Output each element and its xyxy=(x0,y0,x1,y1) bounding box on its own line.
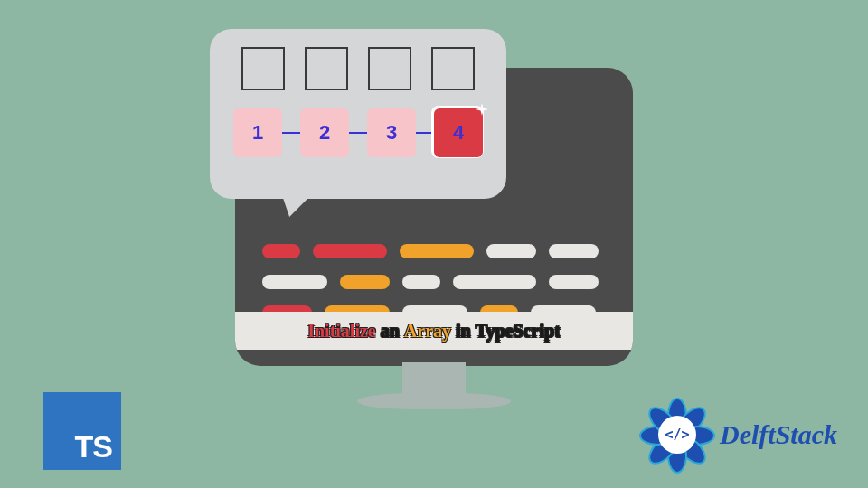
connector-line xyxy=(349,132,367,134)
array-cell: 2 xyxy=(300,108,349,157)
title-word-array: Array xyxy=(404,321,451,342)
array-cell-highlight: 4 xyxy=(434,108,483,157)
connector-line xyxy=(416,132,434,134)
code-glyph-icon: </> xyxy=(658,416,696,454)
empty-box xyxy=(305,47,348,90)
empty-boxes-row xyxy=(230,47,486,90)
array-cell: 3 xyxy=(367,108,416,157)
delftstack-logo: </> DelftStack xyxy=(642,399,837,470)
title-word-an: an xyxy=(381,321,400,342)
monitor-stand xyxy=(402,362,466,395)
monitor-base xyxy=(357,393,511,409)
title-word-in: in xyxy=(456,321,471,342)
array-indices-row: 1 2 3 4 xyxy=(230,108,486,157)
empty-box xyxy=(431,47,475,90)
delftstack-emblem-icon: </> xyxy=(642,399,712,470)
array-cell: 1 xyxy=(233,108,282,157)
array-speech-bubble: 1 2 3 4 xyxy=(210,29,506,199)
empty-box xyxy=(241,47,285,90)
delftstack-brand-text: DelftStack xyxy=(720,419,837,450)
typescript-badge-label: TS xyxy=(75,429,112,465)
title-word-typescript: TypeScript xyxy=(476,321,561,342)
title-caption: Initialize an Array in TypeScript xyxy=(235,312,633,350)
typescript-badge-icon: TS xyxy=(43,392,121,470)
empty-box xyxy=(368,47,411,90)
connector-line xyxy=(282,132,300,134)
title-word-initialize: Initialize xyxy=(307,321,376,342)
